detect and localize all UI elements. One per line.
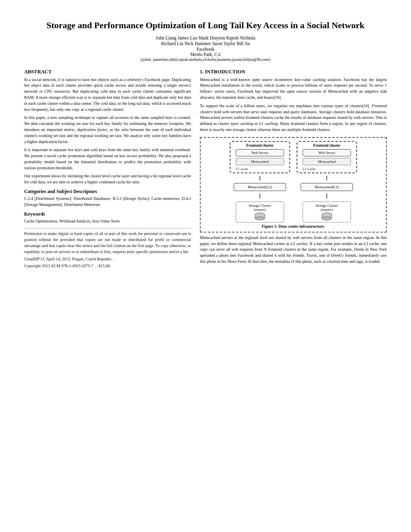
right-storage-label: Storage Cluster(master) (306, 204, 347, 212)
authors-line1: John Liang James Luo Mark Drayton Rajesh… (24, 35, 387, 40)
abstract-p1: In a social network, it is natural to ha… (24, 77, 191, 113)
introduction-title: 1. INTRODUCTION (200, 69, 387, 75)
right-l2-box: Memcached(L2) (301, 183, 353, 191)
left-connector2 (259, 193, 260, 198)
right-storage-box: Storage Cluster(master) (303, 202, 351, 222)
left-web-server-box: Web Server (236, 149, 284, 156)
paper-header: Storage and Performance Optimization of … (24, 19, 387, 62)
left-frontend-label: Frontend cluster (246, 143, 274, 148)
authors-line2: Richard Liu Nick Hammer Jason Taylor Bil… (24, 41, 387, 46)
right-memcached-label: Memcached (318, 160, 336, 164)
abstract-p4: Our experiment shows by shrinking the cl… (24, 173, 191, 185)
left-storage-label: Storage Cluster(master) (239, 204, 280, 212)
categories-title: Categories and Subject Descriptors (24, 189, 191, 195)
right-cluster-diagram: Frontend cluster Web Server Memcached L1… (297, 141, 357, 222)
left-cluster-diagram: Frontend cluster Web Server Memcached L1… (230, 141, 290, 222)
left-l2-box: Memcached(L2) (234, 183, 286, 191)
left-connector1 (259, 176, 260, 181)
intro-continued-p1: Memcached servers at the regional level … (200, 235, 387, 265)
left-l1-label: L1 cache (236, 167, 284, 171)
abstract-p3: It is important to separate hot keys and… (24, 147, 191, 171)
intro-p1: Memcached is a well-known open source in… (200, 77, 387, 101)
right-connector2 (326, 193, 327, 198)
abstract-title: ABSTRACT (24, 69, 191, 75)
right-column: 1. INTRODUCTION Memcached is a well-know… (200, 69, 387, 272)
page: Storage and Performance Optimization of … (0, 0, 411, 532)
right-connector1 (326, 176, 327, 181)
left-memcached-label: Memcached (251, 160, 269, 164)
svg-point-2 (255, 217, 265, 220)
figure-inner: Frontend cluster Web Server Memcached L1… (204, 141, 383, 222)
footnote-p2: CloudDP'13, April 14, 2013, Prague, Czec… (24, 256, 191, 262)
location: Menlo Park, CA (24, 52, 387, 57)
left-l2-label: Memcached(L2) (248, 185, 272, 189)
svg-point-7 (322, 217, 332, 220)
right-db-icon (306, 212, 347, 220)
footnote-p1: Permission to make digital or hard copie… (24, 231, 191, 255)
right-memcached-box: Memcached (303, 158, 351, 165)
footnote: Permission to make digital or hard copie… (24, 228, 191, 269)
two-column-layout: ABSTRACT In a social network, it is natu… (24, 69, 387, 272)
figure1: Frontend cluster Web Server Memcached L1… (200, 137, 387, 233)
right-l1-label: L1 Cache (303, 167, 351, 171)
intro-p2: To support the scale of a billion users,… (200, 103, 387, 133)
left-storage-box: Storage Cluster(master) (236, 202, 284, 222)
left-memcached-box: Memcached (236, 158, 284, 165)
right-frontend-label: Frontend cluster (313, 143, 340, 148)
abstract-p2: In this paper, a new sampling technique … (24, 115, 191, 145)
affiliation: Facebook (24, 47, 387, 52)
email: {johnl, jamesluo,mbd,rajesh.nishtala,ric… (24, 57, 387, 62)
right-frontend-cluster: Frontend cluster Web Server Memcached L1… (297, 141, 357, 173)
right-web-server-box: Web Server (303, 149, 351, 156)
left-db-icon (239, 212, 280, 220)
keywords-title: Keywords (24, 211, 191, 217)
figure-caption: Figure 1: Data center infrastructure. (204, 224, 383, 229)
paper-title: Storage and Performance Optimization of … (24, 19, 387, 31)
keywords-text: Cache Optimization, Workload Analysis, K… (24, 218, 191, 224)
footnote-p3: Copyright 2013 ACM 978-1-4503-2075-7 …$1… (24, 263, 191, 269)
left-frontend-cluster: Frontend cluster Web Server Memcached L1… (230, 141, 290, 173)
categories-text: C.2.4 [Distributed Systems]: Distributed… (24, 196, 191, 208)
left-column: ABSTRACT In a social network, it is natu… (24, 69, 191, 272)
right-l2-label: Memcached(L2) (315, 185, 339, 189)
